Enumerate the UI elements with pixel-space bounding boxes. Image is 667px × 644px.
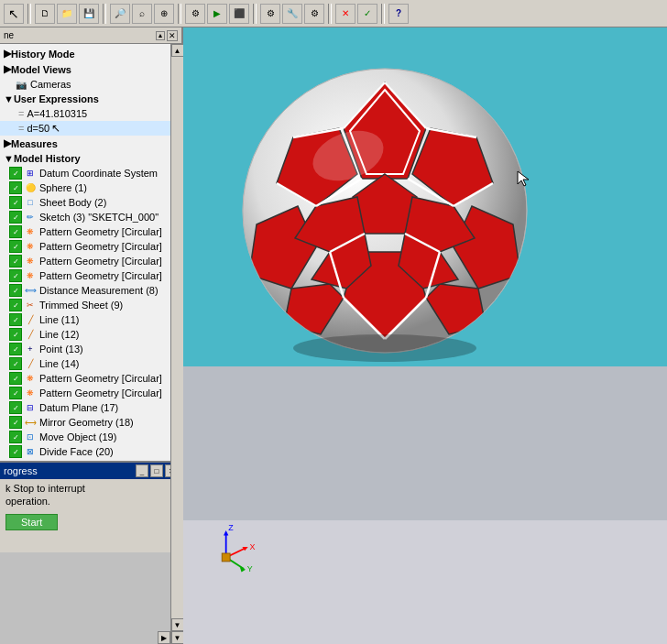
tree-item-divide[interactable]: ✓ ⊠ Divide Face (20) — [0, 444, 181, 459]
user-expressions-item[interactable]: ▼ User Expressions — [0, 92, 181, 106]
progress-line1: k Stop to interrupt — [5, 483, 176, 494]
tree-item-datum-plane[interactable]: ✓ ⊟ Datum Plane (17) — [0, 400, 181, 415]
label-mirror: Mirror Geometry (18) — [39, 417, 134, 428]
tree-item-pattern-1[interactable]: ✓ ❋ Pattern Geometry [Circular] — [0, 224, 181, 239]
cameras-item[interactable]: 📷 Cameras — [0, 77, 181, 92]
icon-pattern-4: ❋ — [24, 269, 37, 282]
history-mode-label: History Mode — [11, 49, 75, 60]
svg-marker-33 — [518, 171, 529, 186]
expr-2-item[interactable]: = d=50 ↖ — [0, 121, 181, 136]
toolbar-btn-new[interactable]: 🗋 — [35, 4, 55, 24]
tree-item-pattern-4[interactable]: ✓ ❋ Pattern Geometry [Circular] — [0, 268, 181, 283]
progress-minimize-btn[interactable]: _ — [136, 464, 148, 477]
tree-item-pattern-5[interactable]: ✓ ❋ Pattern Geometry [Circular] — [0, 371, 181, 386]
tree-item-pattern-3[interactable]: ✓ ❋ Pattern Geometry [Circular] — [0, 254, 181, 268]
panel-close-btn[interactable]: ✕ — [167, 30, 178, 41]
cameras-label: Cameras — [30, 79, 71, 90]
history-mode-item[interactable]: ▶ History Mode — [0, 46, 181, 61]
progress-line2: operation. — [5, 496, 176, 507]
expr-1-item[interactable]: = A=41.810315 — [0, 106, 181, 121]
progress-start-button[interactable]: Start — [5, 514, 58, 530]
toolbar-btn-stop[interactable]: ⬛ — [229, 4, 249, 24]
user-expressions-label: User Expressions — [14, 93, 99, 104]
tree-item-pattern-6[interactable]: ✓ ❋ Pattern Geometry [Circular] — [0, 386, 181, 400]
check-sheet-body: ✓ — [9, 196, 22, 209]
toolbar-btn-help[interactable]: ? — [388, 4, 409, 24]
toolbar-separator-1 — [27, 4, 31, 24]
measures-item[interactable]: ▶ Measures — [0, 136, 181, 151]
model-views-arrow: ▶ — [4, 63, 11, 75]
check-pattern-5: ✓ — [9, 372, 22, 385]
tree-item-trimmed-sheet[interactable]: ✓ ✂ Trimmed Sheet (9) — [0, 298, 181, 312]
label-datum-plane: Datum Plane (17) — [39, 402, 118, 413]
check-point-13: ✓ — [9, 343, 22, 355]
icon-distance: ⟺ — [24, 284, 37, 297]
toolbar-btn-x[interactable]: ✕ — [335, 4, 355, 24]
check-pattern-6: ✓ — [9, 387, 22, 399]
icon-mirror: ⟷ — [24, 416, 37, 429]
label-pattern-2: Pattern Geometry [Circular] — [39, 241, 162, 252]
model-history-arrow: ▼ — [4, 153, 14, 164]
check-pattern-1: ✓ — [9, 225, 22, 238]
toolbar-separator-2 — [103, 4, 106, 24]
scroll-down-btn-1[interactable]: ▼ — [171, 618, 184, 631]
toolbar-btn-settings2[interactable]: 🔧 — [282, 4, 302, 24]
panel-header: ne ▲ ✕ — [0, 27, 181, 44]
tree-item-line-14[interactable]: ✓ ╱ Line (14) — [0, 356, 181, 371]
label-pattern-6: Pattern Geometry [Circular] — [39, 387, 162, 398]
progress-panel: rogress _ □ ✕ k Stop to interrupt operat… — [0, 461, 181, 552]
toolbar-separator-4 — [253, 4, 257, 24]
scroll-down-btn-2[interactable]: ▼ — [171, 631, 184, 644]
main-layout: ne ▲ ✕ ▶ History Mode ▶ Model Views — [0, 27, 667, 644]
label-divide: Divide Face (20) — [39, 446, 114, 457]
toolbar-btn-save[interactable]: 💾 — [79, 4, 99, 24]
check-line-11: ✓ — [9, 313, 22, 326]
tree-item-datum-coord[interactable]: ✓ ⊞ Datum Coordinate System — [0, 166, 181, 180]
model-views-item[interactable]: ▶ Model Views — [0, 61, 181, 77]
expr-2-eq: = — [18, 123, 24, 134]
toolbar-btn-settings3[interactable]: ⚙ — [304, 4, 324, 24]
progress-header: rogress _ □ ✕ — [0, 463, 181, 479]
tree-item-sphere[interactable]: ✓ 🟡 Sphere (1) — [0, 180, 181, 195]
svg-text:X: X — [249, 542, 255, 551]
left-panel-wrapper: ne ▲ ✕ ▶ History Mode ▶ Model Views — [0, 27, 183, 644]
cursor-icon: ↖ — [51, 122, 60, 135]
tree-item-point-13[interactable]: ✓ + Point (13) — [0, 342, 181, 356]
viewport[interactable]: Z X Y — [183, 27, 667, 644]
tree-item-mirror[interactable]: ✓ ⟷ Mirror Geometry (18) — [0, 415, 181, 430]
tree-area[interactable]: ▶ History Mode ▶ Model Views 📷 Cameras ▼… — [0, 44, 181, 461]
toolbar-btn-zoom1[interactable]: 🔎 — [110, 4, 130, 24]
tree-item-pattern-2[interactable]: ✓ ❋ Pattern Geometry [Circular] — [0, 239, 181, 254]
icon-datum-plane: ⊟ — [24, 401, 37, 414]
toolbar-btn-zoom2[interactable]: ⌕ — [132, 4, 152, 24]
toolbar-btn-gear[interactable]: ⚙ — [185, 4, 205, 24]
tree-item-sketch[interactable]: ✓ ✏ Sketch (3) "SKETCH_000" — [0, 210, 181, 224]
icon-sphere: 🟡 — [24, 181, 37, 194]
toolbar-btn-settings[interactable]: ⚙ — [260, 4, 280, 24]
toolbar-btn-open[interactable]: 📁 — [57, 4, 77, 24]
tree-item-line-11[interactable]: ✓ ╱ Line (11) — [0, 312, 181, 327]
model-history-item[interactable]: ▼ Model History — [0, 151, 181, 166]
icon-datum-coord: ⊞ — [24, 167, 37, 180]
toolbar-btn-check[interactable]: ✓ — [357, 4, 377, 24]
progress-restore-btn[interactable]: □ — [150, 464, 163, 477]
user-expressions-arrow: ▼ — [4, 93, 14, 104]
toolbar-btn-run[interactable]: ▶ — [207, 4, 227, 24]
soccer-ball-3d — [229, 55, 541, 366]
tree-item-distance[interactable]: ✓ ⟺ Distance Measurement (8) — [0, 283, 181, 298]
expr-2-value: d=50 — [27, 123, 49, 134]
toolbar-btn-arrow[interactable]: ↖ — [4, 4, 24, 24]
tree-item-line-12[interactable]: ✓ ╱ Line (12) — [0, 327, 181, 342]
tree-item-move[interactable]: ✓ ⊡ Move Object (19) — [0, 430, 181, 444]
check-datum-coord: ✓ — [9, 167, 22, 180]
scroll-up-btn[interactable]: ▲ — [171, 44, 184, 57]
panel-up-btn[interactable]: ▲ — [156, 31, 165, 40]
panel-title: ne — [4, 30, 14, 40]
panel-expand-right-btn[interactable]: ▶ — [158, 631, 170, 644]
icon-pattern-1: ❋ — [24, 225, 37, 238]
toolbar-btn-zoom3[interactable]: ⊕ — [154, 4, 174, 24]
icon-line-12: ╱ — [24, 328, 37, 341]
tree-item-sheet-body[interactable]: ✓ □ Sheet Body (2) — [0, 195, 181, 210]
check-trimmed-sheet: ✓ — [9, 299, 22, 311]
icon-sheet-body: □ — [24, 196, 37, 209]
